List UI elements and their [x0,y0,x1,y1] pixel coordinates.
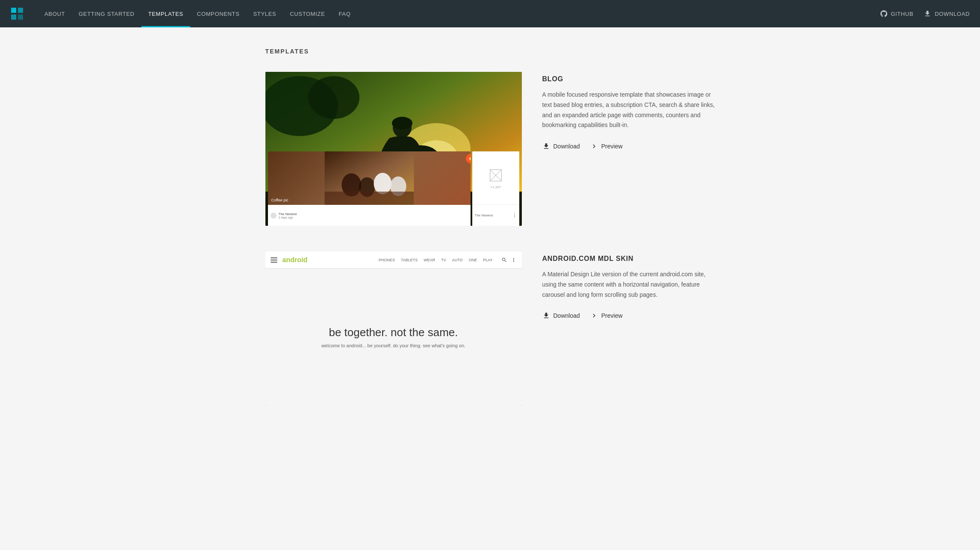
android-nav-items: PHONES TABLETS WEAR TV AUTO ONE PLAY [379,258,493,262]
blog-newest-label-right: The Newest [475,213,493,217]
github-icon [880,10,887,17]
svg-rect-0 [11,8,16,13]
android-logo: android [283,256,308,264]
nav-item-about[interactable]: ABOUT [38,0,72,27]
svg-point-6 [308,76,359,119]
android-nav-phones: PHONES [379,258,395,262]
svg-point-10 [392,117,412,130]
android-nav-one: ONE [469,258,477,262]
blog-count-label: +1,337 [490,185,501,189]
blog-download-button[interactable]: Download [542,142,580,150]
android-search-icon [501,257,507,263]
svg-rect-17 [324,192,414,205]
android-more-icon [511,257,517,263]
template-card-blog: Coffee pic The Newest 2 days ago + [265,72,715,226]
nav-item-templates[interactable]: TEMPLATES [141,0,190,27]
download-icon-blog [542,142,550,150]
android-preview-button[interactable]: Preview [590,312,623,319]
arrow-icon-android [590,312,598,319]
android-headline: be together. not the same. [329,326,458,339]
blog-template-name: BLOG [542,75,715,83]
nav-item-faq[interactable]: FAQ [332,0,357,27]
nav-item-getting-started[interactable]: GETTING STARTED [72,0,141,27]
android-template-image: android PHONES TABLETS WEAR TV AUTO ONE … [265,251,522,405]
android-nav-play: PLAY [483,258,492,262]
svg-rect-3 [18,15,23,20]
svg-point-15 [374,173,391,194]
android-subtext: welcome to android... be yourself. do yo… [321,343,465,348]
logo[interactable] [10,7,24,21]
android-download-button[interactable]: Download [542,312,580,319]
android-mock-header: android PHONES TABLETS WEAR TV AUTO ONE … [265,251,522,269]
android-nav-wear: WEAR [424,258,435,262]
android-template-desc: A Material Design Lite version of the cu… [542,269,715,300]
blog-template-desc: A mobile focused responsive template tha… [542,90,715,130]
page-title: TEMPLATES [265,48,715,55]
download-icon-nav [924,10,931,18]
coffee-label: Coffee pic [271,198,288,202]
svg-rect-2 [11,15,16,20]
android-template-actions: Download Preview [542,312,715,319]
github-label: GitHub [891,11,913,17]
android-nav-tablets: TABLETS [401,258,418,262]
nav-item-styles[interactable]: STYLES [247,0,283,27]
android-nav-tv: TV [441,258,446,262]
main-content: TEMPLATES [255,27,725,452]
blog-days-ago: 2 days ago [279,216,297,219]
svg-rect-1 [18,8,23,13]
blog-preview-button[interactable]: Preview [590,142,623,150]
nav-download-link[interactable]: Download [924,10,970,18]
android-mock-body: be together. not the same. welcome to an… [265,269,522,405]
android-nav-icons [501,257,517,263]
blog-template-actions: Download Preview [542,142,715,150]
navbar: ABOUT GETTING STARTED TEMPLATES COMPONEN… [0,0,980,27]
download-icon-android [542,312,550,319]
nav-right: GitHub Download [880,10,970,18]
nav-download-label: Download [935,11,970,17]
blog-template-info: BLOG A mobile focused responsive templat… [542,72,715,150]
nav-links: ABOUT GETTING STARTED TEMPLATES COMPONEN… [38,0,880,27]
android-template-info: ANDROID.COM MDL SKIN A Material Design L… [542,251,715,319]
blog-newest-label-left: The Newest [279,212,297,216]
nav-item-components[interactable]: COMPONENTS [190,0,247,27]
nav-item-customize[interactable]: CUSTOMIZE [283,0,332,27]
android-template-name: ANDROID.COM MDL SKIN [542,255,715,263]
android-nav-auto: AUTO [452,258,463,262]
arrow-icon-blog [590,142,598,150]
github-link[interactable]: GitHub [880,10,913,17]
template-card-android: android PHONES TABLETS WEAR TV AUTO ONE … [265,251,715,405]
android-menu-icon [271,257,277,263]
blog-template-image: Coffee pic The Newest 2 days ago + [265,72,522,226]
